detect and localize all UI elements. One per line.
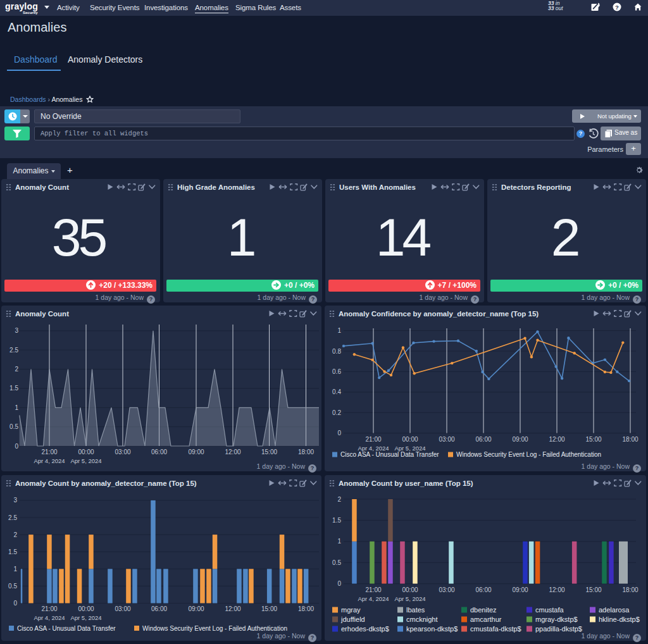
- svg-text:00:00: 00:00: [78, 605, 94, 612]
- svg-text:03:00: 03:00: [439, 586, 454, 593]
- svg-text:09:00: 09:00: [188, 449, 204, 455]
- svg-text:00:00: 00:00: [78, 449, 94, 455]
- svg-text:mgray-dkstp$: mgray-dkstp$: [535, 616, 578, 623]
- svg-text:15:00: 15:00: [585, 436, 601, 443]
- svg-text:0.5: 0.5: [332, 559, 341, 566]
- svg-text:jduffield: jduffield: [340, 616, 365, 623]
- svg-text:cmcknight: cmcknight: [406, 616, 438, 623]
- svg-text:ppadilla-dkstp$: ppadilla-dkstp$: [535, 625, 582, 633]
- svg-text:2: 2: [13, 531, 17, 538]
- svg-text:1.5: 1.5: [8, 548, 17, 555]
- svg-text:?: ?: [615, 4, 619, 11]
- svg-text:0.6: 0.6: [332, 368, 341, 375]
- svg-text:Apr 5, 2024: Apr 5, 2024: [70, 457, 101, 464]
- svg-text:1: 1: [337, 538, 341, 545]
- svg-text:Apr 4, 2024: Apr 4, 2024: [34, 614, 65, 621]
- svg-text:Windows Security Event Log - F: Windows Security Event Log - Failed Auth…: [142, 625, 287, 632]
- svg-text:1: 1: [337, 327, 341, 334]
- svg-text:03:00: 03:00: [439, 436, 454, 443]
- svg-text:15:00: 15:00: [585, 586, 601, 593]
- svg-text:03:00: 03:00: [115, 449, 130, 455]
- svg-text:09:00: 09:00: [512, 436, 528, 443]
- svg-text:lbates: lbates: [406, 606, 425, 614]
- svg-text:0: 0: [337, 430, 341, 437]
- svg-text:18:00: 18:00: [622, 436, 638, 443]
- svg-text:06:00: 06:00: [151, 605, 167, 612]
- svg-text:0: 0: [13, 600, 17, 607]
- svg-text:Apr 4, 2024: Apr 4, 2024: [34, 457, 65, 464]
- svg-text:erhodes-dkstp$: erhodes-dkstp$: [341, 625, 389, 633]
- svg-text:Cisco ASA - Unusual Data Trans: Cisco ASA - Unusual Data Transfer: [17, 625, 116, 632]
- svg-text:12:00: 12:00: [549, 586, 564, 593]
- svg-text:1.5: 1.5: [332, 517, 341, 524]
- svg-text:06:00: 06:00: [475, 586, 491, 593]
- svg-text:adelarosa: adelarosa: [599, 606, 630, 614]
- svg-text:2: 2: [337, 496, 341, 503]
- svg-text:15:00: 15:00: [261, 449, 277, 455]
- svg-text:mgray: mgray: [341, 606, 361, 614]
- svg-text:1: 1: [13, 566, 17, 573]
- svg-text:03:00: 03:00: [115, 605, 130, 612]
- svg-text:06:00: 06:00: [151, 449, 167, 455]
- svg-text:00:00: 00:00: [402, 436, 418, 443]
- svg-text:cmustafa: cmustafa: [535, 606, 564, 614]
- svg-text:0.4: 0.4: [332, 388, 341, 395]
- svg-text:21:00: 21:00: [41, 605, 57, 612]
- svg-text:Apr 5, 2024: Apr 5, 2024: [394, 595, 425, 602]
- svg-text:21:00: 21:00: [41, 449, 57, 455]
- svg-text:dbenitez: dbenitez: [470, 606, 497, 614]
- svg-text:21:00: 21:00: [365, 436, 381, 443]
- svg-text:06:00: 06:00: [475, 436, 491, 443]
- svg-text:2.5: 2.5: [9, 347, 18, 354]
- svg-text:hkline-dkstp$: hkline-dkstp$: [599, 616, 640, 623]
- svg-text:Cisco ASA - Unusual Data Trans: Cisco ASA - Unusual Data Transfer: [340, 451, 439, 458]
- svg-text:amcarthur: amcarthur: [470, 616, 502, 623]
- svg-text:Apr 5, 2024: Apr 5, 2024: [70, 614, 101, 621]
- svg-text:2.5: 2.5: [8, 514, 17, 521]
- svg-text:12:00: 12:00: [549, 436, 564, 443]
- svg-text:12:00: 12:00: [225, 449, 240, 455]
- svg-text:cmustafa-dkstp$: cmustafa-dkstp$: [470, 625, 521, 633]
- svg-text:0.2: 0.2: [332, 409, 341, 416]
- svg-text:09:00: 09:00: [188, 605, 204, 612]
- svg-text:12:00: 12:00: [225, 605, 240, 612]
- svg-text:Apr 4, 2024: Apr 4, 2024: [358, 595, 389, 602]
- svg-text:2: 2: [15, 366, 18, 373]
- svg-text:18:00: 18:00: [298, 605, 314, 612]
- svg-text:09:00: 09:00: [512, 586, 528, 593]
- svg-text:0: 0: [337, 580, 341, 587]
- svg-text:21:00: 21:00: [365, 586, 381, 593]
- svg-text:1.5: 1.5: [9, 385, 18, 392]
- svg-text:0: 0: [15, 443, 18, 450]
- svg-text:0.5: 0.5: [9, 423, 18, 430]
- svg-text:18:00: 18:00: [622, 586, 638, 593]
- svg-text:0.5: 0.5: [8, 583, 17, 590]
- svg-text:kpearson-dkstp$: kpearson-dkstp$: [406, 625, 458, 633]
- svg-text:Windows Security Event Log - F: Windows Security Event Log - Failed Auth…: [456, 451, 601, 458]
- svg-text:00:00: 00:00: [402, 586, 418, 593]
- svg-text:15:00: 15:00: [261, 605, 277, 612]
- svg-text:18:00: 18:00: [298, 449, 314, 455]
- svg-text:3: 3: [15, 327, 18, 334]
- svg-text:1: 1: [15, 404, 18, 411]
- svg-text:3: 3: [13, 497, 17, 504]
- svg-text:0.8: 0.8: [332, 348, 341, 355]
